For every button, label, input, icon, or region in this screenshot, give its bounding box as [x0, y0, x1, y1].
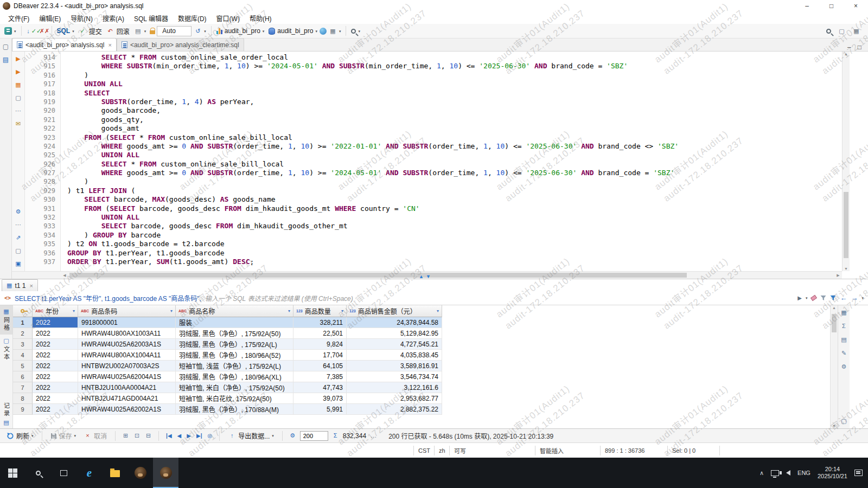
- add-row-icon[interactable]: ⊞: [122, 432, 130, 440]
- goto-row-button[interactable]: ◎: [206, 433, 213, 439]
- result-settings-icon[interactable]: ⚙: [289, 432, 297, 440]
- notification-center-icon[interactable]: [854, 470, 863, 476]
- results-view-tab-text[interactable]: ▢ 文本: [0, 335, 12, 364]
- cancel-button[interactable]: × 取消: [81, 430, 109, 441]
- editor-settings-icon[interactable]: ⚙: [14, 208, 22, 216]
- taskbar-search-button[interactable]: [25, 458, 51, 488]
- grid-cell[interactable]: 9918000001: [78, 317, 176, 328]
- code-line[interactable]: WHERE goods_amt >= 0 AND SUBSTR(order_ti…: [67, 169, 842, 177]
- grid-row[interactable]: 72022HNTBJ2U100AA0004A21短袖T恤, 米白（净色）, 17…: [13, 382, 830, 393]
- grid-row[interactable]: 62022HWRAW4U025A62004A1S羽绒服, 黑色（净色）, 180…: [13, 371, 830, 382]
- database-combo[interactable]: audit_bi_pro ▾: [214, 26, 267, 36]
- grid-cell[interactable]: 2022: [33, 393, 78, 404]
- grid-cell[interactable]: 2022: [33, 339, 78, 350]
- row-number[interactable]: 8: [13, 393, 33, 404]
- close-tab-icon[interactable]: ×: [108, 42, 111, 48]
- code-line[interactable]: goods_qty,: [67, 115, 842, 124]
- grid-cell[interactable]: 3,546,734.74: [347, 371, 442, 382]
- grid-cell[interactable]: 羽绒服, 黑色（净色）, 180/96A(XL): [176, 371, 293, 382]
- scrollbar-thumb[interactable]: [844, 192, 848, 258]
- tray-language[interactable]: ENG: [797, 470, 810, 476]
- caret-down-icon[interactable]: ▾: [263, 29, 265, 33]
- tray-network-icon[interactable]: [771, 470, 779, 476]
- grid-cell[interactable]: 2,882,375.22: [347, 404, 442, 415]
- grid-cell[interactable]: 4,727,545.21: [347, 339, 442, 350]
- scroll-up-icon[interactable]: ▲: [843, 52, 850, 56]
- grid-cell[interactable]: 24,378,944.58: [347, 317, 442, 328]
- filter-history-back-icon[interactable]: ←: [840, 294, 847, 302]
- tray-chevron-icon[interactable]: ∧: [760, 470, 764, 477]
- column-menu-icon[interactable]: ▾: [73, 309, 75, 313]
- row-number[interactable]: 5: [13, 361, 33, 371]
- more-tools-icon[interactable]: ⋯: [14, 221, 22, 229]
- new-sql-editor-button[interactable]: SQL ▾: [55, 26, 76, 36]
- grid-cell[interactable]: HWRAW4U800AX1003A11: [78, 328, 176, 339]
- grid-cell[interactable]: 短袖T恤, 米白花纹, 175/92A(50): [176, 393, 293, 404]
- grid-row[interactable]: 22022HWRAW4U800AX1003A11羽绒服, 黑色（净色）, 175…: [13, 328, 830, 339]
- start-button[interactable]: [0, 458, 25, 488]
- grid-cell[interactable]: 5,129,842.95: [347, 328, 442, 339]
- quick-access-search-icon[interactable]: [826, 29, 831, 34]
- panel-edit-icon[interactable]: ✎: [840, 349, 848, 357]
- results-grid[interactable]: ABC年份▾ABC商品条码▾ABC商品名称▾123商品数量▾123商品销售金额（…: [13, 305, 830, 428]
- row-number[interactable]: 6: [13, 371, 33, 382]
- panel-settings-icon[interactable]: ⚙: [840, 363, 848, 371]
- grid-cell[interactable]: 2,953,682.77: [347, 393, 442, 404]
- export-data-button[interactable]: ↑ 导出数据... ▾: [226, 430, 276, 441]
- code-line[interactable]: SELECT * FROM custom_online_sale_order_l…: [67, 53, 842, 62]
- code-line[interactable]: ) GROUP BY barcode: [67, 231, 842, 240]
- grid-cell[interactable]: 7,385: [293, 371, 347, 382]
- isolation-combo[interactable]: Auto: [157, 26, 192, 36]
- grid-cell[interactable]: HNTBJ2U100AA0004A21: [78, 382, 176, 393]
- explain-plan-icon[interactable]: ▢: [14, 94, 22, 102]
- grid-cell[interactable]: 2022: [33, 350, 78, 361]
- edit-filter-icon[interactable]: [820, 295, 826, 301]
- code-area[interactable]: SELECT * FROM custom_online_sale_order_l…: [61, 52, 842, 271]
- grid-cell[interactable]: 328,211: [293, 317, 347, 328]
- grid-column-header[interactable]: 123商品数量▾: [293, 305, 347, 317]
- code-line[interactable]: ORDER BY t1.perYear, SUM(t1.goods_amt) D…: [67, 258, 842, 266]
- schema-combo[interactable]: audit_bi_pro ▾: [266, 26, 320, 36]
- refresh-button[interactable]: 刷新 ▾: [4, 430, 36, 441]
- grid-cell[interactable]: 2022: [33, 317, 78, 328]
- grid-cell[interactable]: 服装: [176, 317, 293, 328]
- grid-vertical-scrollbar[interactable]: ▲ ▼: [830, 305, 838, 428]
- menu-item-0[interactable]: 文件(F): [3, 12, 34, 24]
- row-count-icon[interactable]: Σ: [331, 432, 340, 440]
- close-results-icon[interactable]: ×: [29, 282, 33, 289]
- database-navigator-icon[interactable]: ▤: [2, 55, 10, 63]
- panel-pin-icon[interactable]: ▢: [840, 417, 848, 425]
- grid-cell[interactable]: 47,743: [293, 382, 347, 393]
- previous-row-button[interactable]: ◀: [176, 433, 183, 439]
- column-menu-icon[interactable]: ▾: [341, 309, 343, 313]
- column-menu-icon[interactable]: ▾: [437, 309, 439, 313]
- row-number[interactable]: 2: [13, 328, 33, 339]
- fetch-size-input[interactable]: [300, 431, 328, 441]
- grid-row[interactable]: 120229918000001服装328,21124,378,944.58: [13, 317, 830, 328]
- code-line[interactable]: UNION ALL: [67, 80, 842, 88]
- scroll-left-icon[interactable]: ◀: [61, 272, 68, 279]
- grid-row[interactable]: 52022HNTBW2U002A07003A2S短袖T恤, 浅蓝（净色）, 17…: [13, 361, 830, 371]
- caret-down-icon[interactable]: ▾: [272, 434, 274, 438]
- datasource-sync-icon[interactable]: [320, 28, 327, 35]
- row-number[interactable]: 4: [13, 350, 33, 361]
- scroll-down-icon[interactable]: ▼: [831, 424, 838, 428]
- transaction-log-button[interactable]: ▤ ▾: [132, 26, 149, 36]
- code-line[interactable]: FROM (SELECT * FROM custom_online_sale_b…: [67, 133, 842, 142]
- menu-item-2[interactable]: 导航(N): [66, 12, 98, 24]
- code-line[interactable]: ) t1 LEFT JOIN (: [67, 187, 842, 195]
- menu-item-5[interactable]: 数据库(D): [173, 12, 212, 24]
- query-history-button[interactable]: ↺ ▾: [192, 26, 208, 36]
- duplicate-row-icon[interactable]: ⊡: [133, 432, 141, 440]
- execute-statement-icon[interactable]: ▶: [14, 55, 22, 63]
- grid-row[interactable]: 92022HWRAW4U025A62002A1S羽绒服, 黑色（净色）, 170…: [13, 404, 830, 415]
- task-view-button[interactable]: [51, 458, 76, 488]
- row-number[interactable]: 7: [13, 382, 33, 393]
- grid-column-header[interactable]: ABC商品条码▾: [78, 305, 176, 317]
- sash-collapse-buttons[interactable]: ▲▼: [419, 274, 433, 279]
- code-line[interactable]: SUBSTR(order_time, 1, 4) AS perYear,: [67, 98, 842, 106]
- total-row-count[interactable]: 832,344: [343, 432, 366, 440]
- caret-down-icon[interactable]: ▾: [204, 29, 206, 33]
- grid-cell[interactable]: 2022: [33, 328, 78, 339]
- scroll-down-icon[interactable]: ▼: [843, 267, 850, 271]
